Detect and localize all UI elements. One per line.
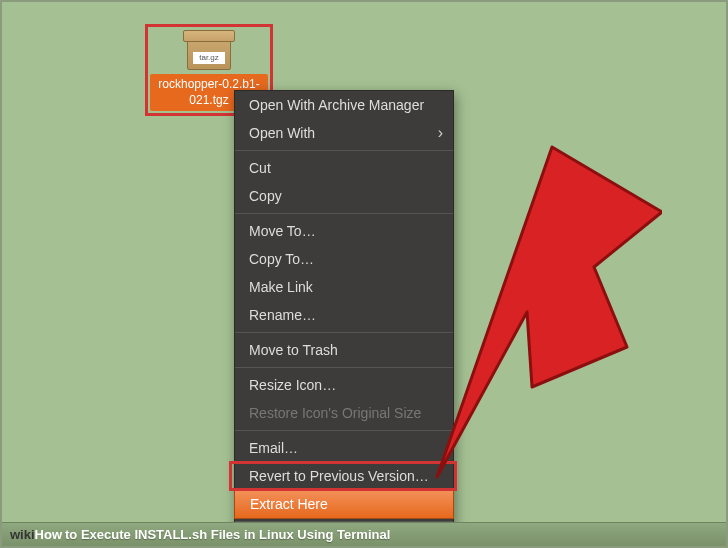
footer-how: How [35, 527, 62, 542]
archive-icon: tar.gz [179, 30, 239, 72]
menu-copy[interactable]: Copy [235, 182, 453, 210]
footer-title: to Execute INSTALL.sh Files in Linux Usi… [65, 527, 390, 542]
menu-cut[interactable]: Cut [235, 154, 453, 182]
archive-type-label: tar.gz [193, 52, 225, 64]
menu-copy-to[interactable]: Copy To… [235, 245, 453, 273]
menu-revert[interactable]: Revert to Previous Version… [235, 462, 453, 490]
menu-restore-icon: Restore Icon's Original Size [235, 399, 453, 427]
menu-make-link[interactable]: Make Link [235, 273, 453, 301]
menu-extract-here[interactable]: Extract Here [234, 489, 454, 519]
footer-wiki: wiki [10, 527, 35, 542]
menu-separator [235, 150, 453, 151]
menu-email[interactable]: Email… [235, 434, 453, 462]
menu-rename[interactable]: Rename… [235, 301, 453, 329]
menu-move-to-trash[interactable]: Move to Trash [235, 336, 453, 364]
menu-separator [235, 430, 453, 431]
menu-separator [235, 367, 453, 368]
context-menu: Open With Archive Manager Open With Cut … [234, 90, 454, 548]
menu-separator [235, 213, 453, 214]
menu-open-with[interactable]: Open With [235, 119, 453, 147]
menu-open-archive-manager[interactable]: Open With Archive Manager [235, 91, 453, 119]
footer-bar: wikiHow to Execute INSTALL.sh Files in L… [2, 522, 726, 546]
menu-separator [235, 332, 453, 333]
svg-marker-0 [437, 147, 662, 477]
menu-resize-icon[interactable]: Resize Icon… [235, 371, 453, 399]
menu-move-to[interactable]: Move To… [235, 217, 453, 245]
